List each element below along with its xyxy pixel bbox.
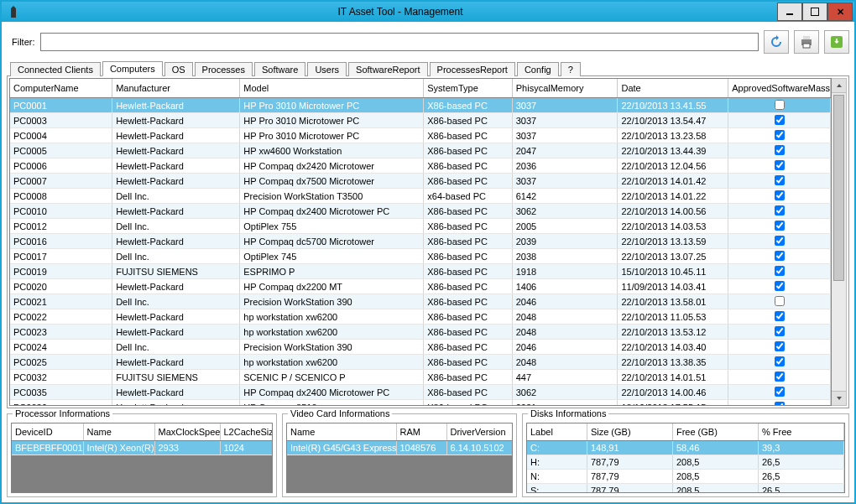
column-header[interactable]: PhisycalMemory <box>512 79 618 98</box>
maximize-button[interactable] <box>802 3 827 21</box>
column-header[interactable]: ComputerName <box>10 79 112 98</box>
approved-checkbox[interactable] <box>775 281 785 291</box>
table-row[interactable]: PC0005Hewlett-PackardHP xw4600 Workstati… <box>10 143 831 158</box>
approved-cell[interactable] <box>728 264 831 279</box>
table-header-row[interactable]: ComputerNameManufacturerModelSystemTypeP… <box>10 79 831 98</box>
column-header[interactable]: MaxClockSpeed <box>154 423 220 441</box>
table-row[interactable]: BFEBFBFF0001...Intel(R) Xeon(R) ...29331… <box>12 441 272 455</box>
approved-cell[interactable] <box>728 113 831 128</box>
approved-cell[interactable] <box>728 370 831 385</box>
table-row[interactable]: PC0036Hewlett-PackardHP Compaq 8510wX86-… <box>10 400 831 407</box>
approved-checkbox[interactable] <box>775 205 785 216</box>
table-row[interactable]: PC0008Dell Inc.Precision WorkStation T35… <box>10 189 831 204</box>
vertical-scrollbar[interactable] <box>832 78 847 406</box>
approved-checkbox[interactable] <box>775 100 785 110</box>
approved-cell[interactable] <box>728 158 831 174</box>
approved-checkbox[interactable] <box>775 160 785 170</box>
approved-checkbox[interactable] <box>775 145 785 155</box>
column-header[interactable]: % Free <box>758 423 843 441</box>
approved-cell[interactable] <box>728 219 831 234</box>
table-row[interactable]: PC0022Hewlett-Packardhp workstation xw62… <box>10 309 831 325</box>
column-header[interactable]: DriverVersion <box>446 423 512 441</box>
approved-cell[interactable] <box>728 98 831 113</box>
approved-checkbox[interactable] <box>775 190 785 200</box>
tab-os[interactable]: OS <box>164 62 193 76</box>
approved-cell[interactable] <box>728 294 831 309</box>
approved-cell[interactable] <box>728 385 831 400</box>
approved-checkbox[interactable] <box>775 356 785 366</box>
table-row[interactable]: PC0021Dell Inc.Precision WorkStation 390… <box>10 294 831 309</box>
approved-checkbox[interactable] <box>775 236 785 246</box>
tab-processesreport[interactable]: ProcessesReport <box>430 62 515 76</box>
table-row[interactable]: C:148,9158,4639,3 <box>527 441 844 455</box>
video-grid[interactable]: NameRAMDriverVersion Intel(R) G45/G43 Ex… <box>286 423 513 493</box>
scroll-up-arrow[interactable] <box>832 79 846 93</box>
approved-checkbox[interactable] <box>775 296 785 306</box>
tab-connected-clients[interactable]: Connected Clients <box>10 62 101 76</box>
print-button[interactable] <box>794 30 819 54</box>
refresh-button[interactable] <box>764 30 789 54</box>
table-row[interactable]: S:787,79208,526,5 <box>527 484 844 494</box>
approved-checkbox[interactable] <box>775 115 785 125</box>
close-button[interactable]: ✕ <box>827 3 853 21</box>
table-row[interactable]: H:787,79208,526,5 <box>527 455 844 470</box>
column-header[interactable]: SystemType <box>424 79 512 98</box>
table-row[interactable]: PC0017Dell Inc.OptiPlex 745X86-based PC2… <box>10 249 831 264</box>
table-row[interactable]: PC0023Hewlett-Packardhp workstation xw62… <box>10 325 831 340</box>
disks-grid[interactable]: LabelSize (GB)Free (GB)% Free C:148,9158… <box>526 423 845 493</box>
approved-checkbox[interactable] <box>775 387 785 397</box>
minimize-button[interactable] <box>777 3 802 21</box>
processor-grid[interactable]: DeviceIDNameMaxClockSpeedL2CacheSize BFE… <box>11 423 273 493</box>
table-row[interactable]: PC0024Dell Inc.Precision WorkStation 390… <box>10 340 831 355</box>
approved-cell[interactable] <box>728 249 831 264</box>
table-row[interactable]: PC0007Hewlett-PackardHP Compaq dx7500 Mi… <box>10 174 831 189</box>
approved-checkbox[interactable] <box>775 372 785 382</box>
approved-cell[interactable] <box>728 340 831 355</box>
column-header[interactable]: Free (GB) <box>672 423 758 441</box>
column-header[interactable]: Name <box>83 423 154 441</box>
tab-software[interactable]: Software <box>254 62 305 76</box>
table-row[interactable]: PC0019FUJITSU SIEMENSESPRIMO PX86-based … <box>10 264 831 279</box>
computers-grid[interactable]: ComputerNameManufacturerModelSystemTypeP… <box>9 78 832 406</box>
filter-input[interactable] <box>40 33 759 51</box>
column-header[interactable]: Manufacturer <box>112 79 240 98</box>
table-row[interactable]: PC0004Hewlett-PackardHP Pro 3010 Microto… <box>10 128 831 143</box>
column-header[interactable]: Size (GB) <box>587 423 672 441</box>
approved-cell[interactable] <box>728 128 831 143</box>
scroll-down-arrow[interactable] <box>832 391 846 405</box>
tab--[interactable]: ? <box>561 62 581 76</box>
table-row[interactable]: PC0020Hewlett-PackardHP Compaq dx2200 MT… <box>10 279 831 294</box>
column-header[interactable]: Date <box>618 79 728 98</box>
approved-checkbox[interactable] <box>775 175 785 185</box>
column-header[interactable]: ApprovedSoftwareMassive <box>728 79 831 98</box>
scroll-thumb[interactable] <box>833 95 844 281</box>
table-row[interactable]: N:787,79208,526,5 <box>527 470 844 484</box>
export-button[interactable] <box>824 30 849 54</box>
approved-checkbox[interactable] <box>775 326 785 336</box>
approved-checkbox[interactable] <box>775 266 785 276</box>
table-row[interactable]: PC0035Hewlett-PackardHP Compaq dx2400 Mi… <box>10 385 831 400</box>
approved-cell[interactable] <box>728 400 831 407</box>
table-row[interactable]: PC0012Dell Inc.OptiPlex 755X86-based PC2… <box>10 219 831 234</box>
approved-checkbox[interactable] <box>775 311 785 321</box>
titlebar[interactable]: IT Asset Tool - Management ✕ <box>2 2 854 22</box>
table-row[interactable]: PC0001Hewlett-PackardHP Pro 3010 Microto… <box>10 98 831 113</box>
approved-checkbox[interactable] <box>775 251 785 261</box>
approved-checkbox[interactable] <box>775 341 785 351</box>
approved-cell[interactable] <box>728 325 831 340</box>
approved-cell[interactable] <box>728 279 831 294</box>
table-row[interactable]: Intel(R) G45/G43 Express Chipset10485766… <box>287 441 512 455</box>
approved-cell[interactable] <box>728 143 831 158</box>
approved-cell[interactable] <box>728 174 831 189</box>
tab-users[interactable]: Users <box>307 62 347 76</box>
tab-config[interactable]: Config <box>517 62 559 76</box>
approved-checkbox[interactable] <box>775 402 785 407</box>
approved-cell[interactable] <box>728 189 831 204</box>
column-header[interactable]: DeviceID <box>12 423 83 441</box>
tab-processes[interactable]: Processes <box>195 62 253 76</box>
tab-softwarereport[interactable]: SoftwareReport <box>348 62 427 76</box>
table-row[interactable]: PC0010Hewlett-PackardHP Compaq dx2400 Mi… <box>10 204 831 219</box>
column-header[interactable]: RAM <box>396 423 446 441</box>
column-header[interactable]: L2CacheSize <box>220 423 272 441</box>
approved-cell[interactable] <box>728 234 831 249</box>
